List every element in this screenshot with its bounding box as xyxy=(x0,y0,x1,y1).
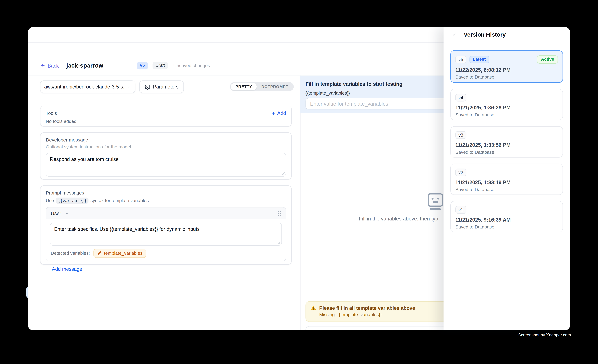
editor-pane: aws/anthropic/bedrock-claude-3-5-s... Pa… xyxy=(28,75,300,330)
version-card-v3[interactable]: v3 11/21/2025, 1:33:56 PM Saved to Datab… xyxy=(450,126,563,157)
model-selector[interactable]: aws/anthropic/bedrock-claude-3-5-s... xyxy=(40,81,135,93)
version-number-badge: v2 xyxy=(456,169,466,176)
warning-triangle-icon xyxy=(310,305,316,311)
version-storage: Saved to Database xyxy=(456,112,558,118)
pencil-icon xyxy=(97,251,102,256)
arrow-left-icon xyxy=(40,63,45,68)
version-history-list: v5 Latest Active 11/22/2025, 6:08:12 PM … xyxy=(444,42,570,232)
version-timestamp: 11/21/2025, 9:16:39 AM xyxy=(456,217,558,223)
user-message-textarea[interactable]: Enter task specifics. Use {{template_var… xyxy=(50,223,282,246)
plus-icon xyxy=(271,111,276,116)
screenshot-stage: Back jack-sparrow v5 Draft Unsaved chang… xyxy=(0,0,598,364)
message-body: Enter task specifics. Use {{template_var… xyxy=(46,219,286,261)
message-role-dropdown[interactable]: User xyxy=(51,210,69,216)
version-timestamp: 11/21/2025, 1:36:28 PM xyxy=(456,105,558,111)
version-timestamp: 11/21/2025, 1:33:56 PM xyxy=(456,142,558,148)
template-variable-name: template_variables xyxy=(104,251,142,256)
back-button[interactable]: Back xyxy=(40,63,59,68)
drag-handle-icon[interactable] xyxy=(277,210,281,216)
version-storage: Saved to Database xyxy=(456,150,558,155)
version-number-badge: v5 xyxy=(456,56,466,63)
prompt-messages-card: Prompt messages Use {{variable}} syntax … xyxy=(40,185,292,265)
resize-grip-icon[interactable] xyxy=(282,172,285,175)
version-history-panel: Version History v5 Latest Active 11/22/2… xyxy=(444,27,570,330)
message-role-value: User xyxy=(51,210,61,216)
format-toggle-pretty[interactable]: PRETTY xyxy=(231,83,257,90)
tools-card: Tools Add No tools added xyxy=(40,106,292,126)
version-storage: Saved to Database xyxy=(456,187,558,192)
model-toolbar: aws/anthropic/bedrock-claude-3-5-s... Pa… xyxy=(40,81,294,93)
tools-empty-text: No tools added xyxy=(46,119,286,124)
version-storage: Saved to Database xyxy=(456,74,558,80)
message-header: User xyxy=(46,207,286,219)
watermark-text: Screenshot by Xnapper.com xyxy=(518,333,571,337)
version-timestamp: 11/21/2025, 1:33:19 PM xyxy=(456,180,558,186)
model-selector-value: aws/anthropic/bedrock-claude-3-5-s... xyxy=(44,84,124,90)
tools-title: Tools xyxy=(46,110,57,116)
add-message-label: Add message xyxy=(52,266,82,272)
variable-syntax-chip: {{variable}} xyxy=(56,198,89,204)
hint-prefix: Use xyxy=(46,198,54,203)
developer-message-textarea[interactable]: Respond as you are tom cruise xyxy=(46,153,286,177)
prompt-messages-title: Prompt messages xyxy=(46,190,286,196)
version-storage: Saved to Database xyxy=(456,224,558,230)
template-variable-chip[interactable]: template_variables xyxy=(93,249,146,258)
title-bar: Back jack-sparrow v5 Draft Unsaved chang… xyxy=(40,59,210,72)
version-card-v4[interactable]: v4 11/21/2025, 1:36:28 PM Saved to Datab… xyxy=(450,89,563,120)
add-tool-label: Add xyxy=(277,110,286,116)
unsaved-changes-text: Unsaved changes xyxy=(173,63,210,68)
resize-grip-icon[interactable] xyxy=(277,241,281,244)
developer-message-subtitle: Optional system instructions for the mod… xyxy=(46,144,286,149)
page-title: jack-sparrow xyxy=(66,62,103,69)
parameters-label: Parameters xyxy=(153,84,179,90)
parameters-button[interactable]: Parameters xyxy=(139,81,184,93)
developer-message-card: Developer message Optional system instru… xyxy=(40,132,292,180)
gear-icon xyxy=(145,84,150,90)
draft-badge: Draft xyxy=(152,62,168,69)
version-badge: v5 xyxy=(137,62,148,69)
version-timestamp: 11/22/2025, 6:08:12 PM xyxy=(456,67,558,73)
version-history-title: Version History xyxy=(464,31,506,38)
developer-message-title: Developer message xyxy=(46,137,286,143)
back-label: Back xyxy=(48,63,59,68)
message-block: User Enter task specifics. Use {{templat… xyxy=(46,207,286,261)
chevron-down-icon xyxy=(127,84,131,89)
hint-suffix: syntax for template variables xyxy=(91,198,149,203)
warning-title: Please fill in all template variables ab… xyxy=(319,305,415,311)
version-number-badge: v1 xyxy=(456,206,466,214)
format-toggle-dotprompt[interactable]: DOTPROMPT xyxy=(257,83,293,90)
version-card-v1[interactable]: v1 11/21/2025, 9:16:39 AM Saved to Datab… xyxy=(450,201,563,232)
bot-icon xyxy=(426,193,444,211)
add-tool-button[interactable]: Add xyxy=(271,110,286,116)
detected-variables-row: Detected variables: template_variables xyxy=(50,249,282,258)
version-number-badge: v3 xyxy=(456,131,466,139)
version-card-v2[interactable]: v2 11/21/2025, 1:33:19 PM Saved to Datab… xyxy=(450,164,563,195)
version-card-v5[interactable]: v5 Latest Active 11/22/2025, 6:08:12 PM … xyxy=(450,50,563,83)
active-badge: Active xyxy=(537,55,558,64)
latest-badge: Latest xyxy=(469,56,489,63)
detected-variables-label: Detected variables: xyxy=(51,251,90,256)
format-toggle: PRETTY DOTPROMPT xyxy=(230,82,294,91)
empty-state-text: Fill in the variables above, then typ xyxy=(359,216,438,222)
close-icon[interactable] xyxy=(451,32,457,37)
chevron-down-icon xyxy=(65,211,69,215)
version-history-header: Version History xyxy=(444,27,570,42)
version-number-badge: v4 xyxy=(456,94,466,101)
template-syntax-hint: Use {{variable}} syntax for template var… xyxy=(46,198,286,204)
add-message-button[interactable]: Add message xyxy=(46,266,82,272)
plus-icon xyxy=(46,266,50,271)
